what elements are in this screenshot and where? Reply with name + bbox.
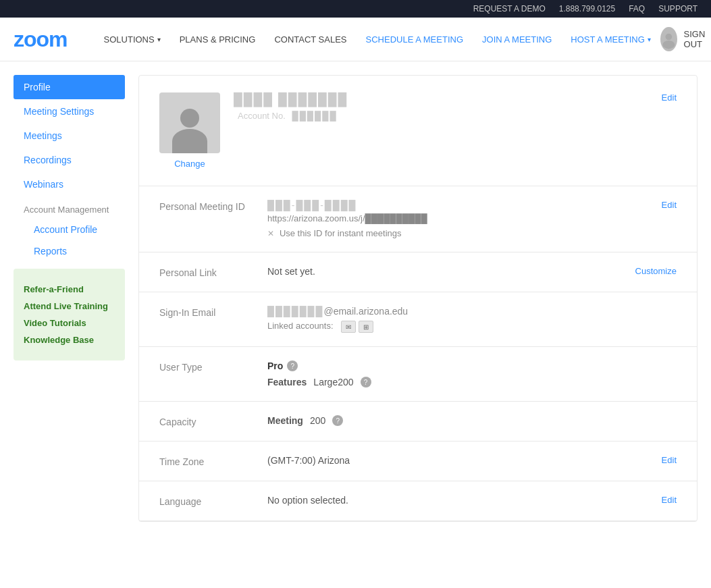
user-type-pro: Pro ? (267, 360, 677, 371)
svg-point-1 (662, 41, 675, 49)
profile-photo (159, 92, 220, 153)
nav-solutions[interactable]: SOLUTIONS ▾ (95, 18, 170, 61)
meeting-capacity-num: 200 (310, 415, 325, 426)
linked-icons: ✉ ⊞ (341, 321, 373, 333)
language-value: No option selected. (267, 495, 662, 506)
refer-friend-link[interactable]: Refer-a-Friend (24, 281, 115, 298)
sidebar: Profile Meeting Settings Meetings Record… (14, 75, 125, 522)
faq-link[interactable]: FAQ (629, 4, 645, 14)
meeting-id-url: https://arizona.zoom.us/j/██████████ (267, 213, 662, 223)
signin-email-value: ███████@email.arizona.edu Linked account… (267, 306, 677, 333)
user-type-label: User Type (159, 360, 267, 373)
capacity-row: Capacity Meeting 200 ? (139, 402, 697, 442)
chevron-down-icon: ▾ (157, 36, 161, 43)
features-value: Large200 (313, 377, 353, 387)
meeting-id-blurred: ███-███-████ (267, 200, 662, 211)
profile-panel: Change ████ ███████ Account No. ██████ E… (138, 75, 697, 522)
knowledge-base-link[interactable]: Knowledge Base (24, 331, 115, 348)
email-address: ███████@email.arizona.edu (267, 306, 677, 317)
timezone-value: (GMT-7:00) Arizona (267, 455, 662, 466)
svg-point-0 (665, 34, 672, 41)
sidebar-item-meeting-settings[interactable]: Meeting Settings (14, 99, 125, 124)
personal-link-value: Not set yet. (267, 266, 635, 277)
sidebar-item-meetings[interactable]: Meetings (14, 124, 125, 148)
user-type-row: User Type Pro ? Features Large200 ? (139, 347, 697, 402)
sign-out-button[interactable]: SIGN OUT (684, 29, 711, 49)
content-area: Profile Meeting Settings Meetings Record… (0, 61, 711, 535)
person-body (172, 129, 207, 153)
profile-account-no: Account No. ██████ (234, 111, 648, 121)
personal-meeting-id-row: Personal Meeting ID ███-███-████ https:/… (139, 186, 697, 252)
change-photo-link[interactable]: Change (174, 159, 205, 169)
linked-accounts: Linked accounts: ✉ ⊞ (267, 321, 677, 333)
support-link[interactable]: SUPPORT (658, 4, 697, 14)
timezone-label: Time Zone (159, 455, 267, 467)
nav-join-meeting[interactable]: JOIN A MEETING (473, 18, 561, 61)
personal-link-customize-button[interactable]: Customize (635, 266, 677, 276)
user-avatar-icon (660, 27, 677, 51)
capacity-info-icon[interactable]: ? (332, 415, 343, 426)
main-nav: zoom SOLUTIONS ▾ PLANS & PRICING CONTACT… (0, 18, 711, 61)
logo[interactable]: zoom (14, 27, 68, 52)
user-type-value: Pro ? Features Large200 ? (267, 360, 677, 387)
nav-right: SIGN OUT (660, 27, 711, 51)
sidebar-item-account-profile[interactable]: Account Profile (14, 219, 125, 240)
use-id-text: Use this ID for instant meetings (280, 228, 402, 238)
sidebar-item-recordings[interactable]: Recordings (14, 148, 125, 172)
request-demo-link[interactable]: REQUEST A DEMO (473, 4, 546, 14)
video-tutorials-link[interactable]: Video Tutorials (24, 315, 115, 331)
personal-meeting-id-label: Personal Meeting ID (159, 200, 267, 212)
sidebar-item-webinars[interactable]: Webinars (14, 172, 125, 196)
phone-link[interactable]: 1.888.799.0125 (559, 4, 615, 14)
nav-links: SOLUTIONS ▾ PLANS & PRICING CONTACT SALE… (95, 18, 660, 61)
nav-host-meeting[interactable]: HOST A MEETING ▾ (561, 18, 660, 61)
sidebar-item-reports[interactable]: Reports (14, 240, 125, 262)
language-edit-button[interactable]: Edit (662, 495, 677, 505)
personal-link-label: Personal Link (159, 266, 267, 278)
email-username: ███████ (267, 306, 323, 317)
person-head (180, 109, 199, 128)
personal-link-row: Personal Link Not set yet. Customize (139, 252, 697, 292)
profile-name: ████ ███████ (234, 92, 648, 107)
x-icon: ✕ (267, 229, 274, 238)
sidebar-item-profile[interactable]: Profile (14, 75, 125, 99)
profile-name-area: ████ ███████ Account No. ██████ (234, 92, 648, 121)
language-row: Language No option selected. Edit (139, 481, 697, 521)
calendar-linked-icon: ⊞ (359, 321, 373, 333)
profile-photo-area: Change (159, 92, 220, 169)
capacity-value: Meeting 200 ? (267, 415, 677, 426)
features-info-icon[interactable]: ? (361, 377, 371, 387)
account-no-blurred: ██████ (292, 111, 337, 121)
profile-person-icon (172, 109, 207, 153)
nav-contact-sales[interactable]: CONTACT SALES (265, 18, 356, 61)
pro-info-icon[interactable]: ? (287, 360, 298, 371)
top-bar: REQUEST A DEMO 1.888.799.0125 FAQ SUPPOR… (0, 0, 711, 18)
signin-email-row: Sign-In Email ███████@email.arizona.edu … (139, 292, 697, 347)
meeting-label: Meeting (267, 415, 303, 426)
profile-name-blurred: ████ ███████ (234, 92, 348, 106)
account-management-title: Account Management (14, 196, 125, 219)
signin-email-label: Sign-In Email (159, 306, 267, 318)
email-linked-icon: ✉ (341, 321, 356, 333)
timezone-edit-button[interactable]: Edit (662, 455, 677, 465)
language-label: Language (159, 495, 267, 507)
chevron-down-icon: ▾ (648, 36, 651, 43)
green-resources-box: Refer-a-Friend Attend Live Training Vide… (14, 269, 125, 360)
email-domain: @email.arizona.edu (323, 306, 408, 317)
timezone-row: Time Zone (GMT-7:00) Arizona Edit (139, 442, 697, 481)
meeting-id-edit-button[interactable]: Edit (662, 200, 677, 210)
nav-plans[interactable]: PLANS & PRICING (170, 18, 265, 61)
features-row: Features Large200 ? (267, 377, 677, 387)
personal-meeting-id-value: ███-███-████ https://arizona.zoom.us/j/█… (267, 200, 662, 238)
attend-training-link[interactable]: Attend Live Training (24, 298, 115, 315)
profile-edit-button[interactable]: Edit (662, 92, 677, 103)
profile-header: Change ████ ███████ Account No. ██████ E… (139, 76, 697, 186)
capacity-label: Capacity (159, 415, 267, 427)
avatar[interactable] (660, 27, 677, 51)
nav-schedule-meeting[interactable]: SCHEDULE A MEETING (357, 18, 473, 61)
